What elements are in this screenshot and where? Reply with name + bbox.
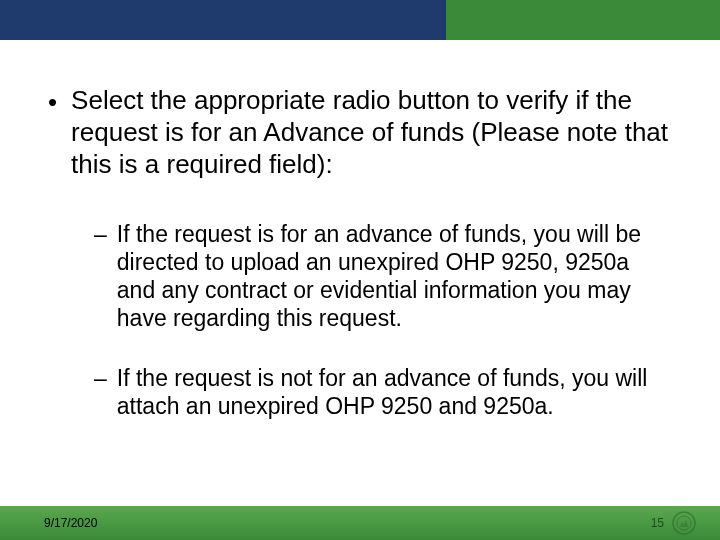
svg-point-0	[673, 512, 695, 534]
sub-bullet-text: If the request is for an advance of fund…	[117, 220, 672, 332]
bullet-dash-icon: –	[94, 364, 107, 392]
bullet-dash-icon: –	[94, 220, 107, 248]
footer-date: 9/17/2020	[44, 516, 97, 530]
footer-right: 15	[651, 511, 696, 535]
slide-content: • Select the appropriate radio button to…	[48, 84, 672, 452]
sub-bullet-item: – If the request is not for an advance o…	[94, 364, 672, 420]
slide: • Select the appropriate radio button to…	[0, 0, 720, 540]
svg-point-1	[677, 516, 691, 530]
main-bullet-item: • Select the appropriate radio button to…	[48, 84, 672, 180]
seal-icon	[672, 511, 696, 535]
bullet-dot-icon: •	[48, 86, 57, 118]
main-bullet-text: Select the appropriate radio button to v…	[71, 84, 672, 180]
sub-bullet-item: – If the request is for an advance of fu…	[94, 220, 672, 332]
sub-bullet-text: If the request is not for an advance of …	[117, 364, 672, 420]
footer-page-number: 15	[651, 516, 664, 530]
sub-bullet-list: – If the request is for an advance of fu…	[94, 220, 672, 420]
footer-bar: 9/17/2020 15	[0, 506, 720, 540]
title-bar	[0, 0, 720, 40]
